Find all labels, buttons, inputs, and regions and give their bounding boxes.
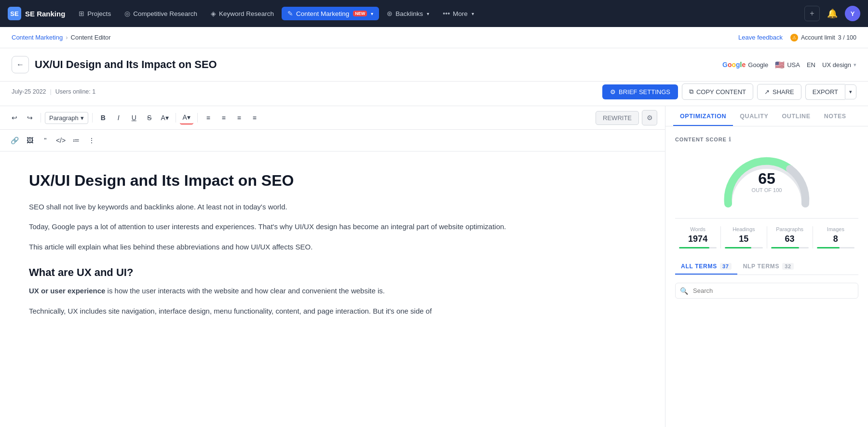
- audience-selector[interactable]: UX design ▾: [822, 61, 856, 69]
- new-badge: NEW: [353, 11, 367, 16]
- nav-label-backlinks: Backlinks: [395, 10, 423, 17]
- strikethrough-button[interactable]: S: [143, 111, 156, 124]
- share-button[interactable]: ↗ SHARE: [757, 84, 801, 100]
- add-button[interactable]: +: [804, 6, 820, 21]
- nav-item-competitive-research[interactable]: ◎ Competitive Research: [119, 7, 203, 20]
- copy-content-button[interactable]: ⧉ COPY CONTENT: [682, 83, 753, 100]
- settings-icon-button[interactable]: ⚙: [642, 110, 657, 125]
- quote-button[interactable]: ": [39, 134, 52, 147]
- content-score-section: CONTENT SCORE ℹ 65 OUT OF 1: [675, 136, 858, 248]
- topnav-right: + 🔔 Y: [804, 6, 860, 21]
- toolbar-separator-4: [197, 113, 198, 123]
- breadcrumb-current: Content Editor: [71, 34, 111, 41]
- brief-settings-button[interactable]: ⚙ BRIEF SETTINGS: [602, 84, 678, 99]
- image-button[interactable]: 🖼: [23, 134, 37, 147]
- article-paragraph-2: Today, Google pays a lot of attention to…: [29, 220, 636, 233]
- align-right-button[interactable]: ≡: [232, 111, 246, 124]
- language-label: EN: [807, 61, 815, 69]
- stat-paragraphs-bar: [771, 247, 809, 248]
- stat-paragraphs-value: 63: [771, 234, 809, 244]
- nav-label-content-marketing: Content Marketing: [296, 10, 349, 17]
- export-button[interactable]: EXPORT: [805, 84, 845, 100]
- redo-button[interactable]: ↪: [23, 111, 37, 124]
- gauge-out-of: OUT OF 100: [752, 187, 782, 193]
- article-paragraph-1: SEO shall not live by keywords and backl…: [29, 201, 636, 213]
- stat-images-label: Images: [817, 226, 854, 232]
- link-button[interactable]: 🔗: [8, 134, 21, 147]
- locale-selectors: Google Google 🇺🇸 USA EN UX design ▾: [722, 60, 856, 69]
- breadcrumb-right-actions: Leave feedback ⚠ Account limit 3 / 100: [738, 34, 856, 41]
- doc-meta-info: July-25 2022 | Users online: 1: [12, 88, 95, 95]
- country-label: USA: [787, 61, 800, 69]
- tab-quality[interactable]: QUALITY: [733, 106, 775, 126]
- content-score-info-icon[interactable]: ℹ: [729, 136, 732, 143]
- nav-item-more[interactable]: ••• More ▾: [437, 7, 479, 20]
- account-limit-label: Account limit: [801, 34, 835, 41]
- code-button[interactable]: </>: [54, 134, 68, 147]
- brand-name: SE Ranking: [25, 10, 65, 18]
- align-justify-button[interactable]: ≡: [248, 111, 261, 124]
- font-color-button[interactable]: A▾: [180, 111, 193, 124]
- tab-outline[interactable]: OUTLINE: [775, 106, 817, 126]
- editor-toolbar: ↩ ↪ Paragraph ▾ B I U S A▾ A▾ ≡ ≡ ≡ ≡ RE…: [0, 106, 665, 130]
- toolbar-right: REWRITE ⚙: [596, 110, 657, 125]
- stat-images-bar: [817, 247, 854, 248]
- underline-button[interactable]: U: [127, 111, 141, 124]
- nav-item-content-marketing[interactable]: ✎ Content Marketing NEW ▾: [282, 7, 379, 20]
- language-selector[interactable]: EN: [807, 61, 815, 69]
- editor-content-area[interactable]: UX/UI Design and Its Impact on SEO SEO s…: [0, 152, 665, 427]
- back-button[interactable]: ←: [12, 56, 29, 73]
- undo-button[interactable]: ↩: [8, 111, 21, 124]
- user-avatar[interactable]: Y: [845, 6, 860, 21]
- article-heading-what-ux-ui: What are UX and UI?: [29, 266, 636, 279]
- toolbar-separator-2: [92, 113, 93, 123]
- gauge-score-value: 65: [758, 171, 775, 186]
- stat-headings-label: Headings: [725, 226, 762, 232]
- article-paragraph-3: This article will explain what lies behi…: [29, 241, 636, 253]
- leave-feedback-link[interactable]: Leave feedback: [738, 34, 783, 41]
- stat-headings-bar-fill: [725, 247, 751, 248]
- nav-item-keyword-research[interactable]: ◈ Keyword Research: [205, 7, 280, 20]
- tab-notes[interactable]: NOTES: [817, 106, 853, 126]
- doc-meta-bar: July-25 2022 | Users online: 1 ⚙ BRIEF S…: [0, 82, 868, 106]
- bold-button[interactable]: B: [96, 111, 110, 124]
- stat-paragraphs-label: Paragraphs: [771, 226, 809, 232]
- bullet-list-button[interactable]: ≔: [69, 134, 83, 147]
- more-dropdown-arrow: ▾: [472, 11, 474, 16]
- article-paragraph-4: UX or user experience is how the user in…: [29, 285, 636, 297]
- paragraph-style-select[interactable]: Paragraph ▾: [45, 112, 88, 124]
- highlight-color-button[interactable]: A▾: [158, 111, 172, 124]
- article-main-title: UX/UI Design and Its Impact on SEO: [29, 171, 636, 191]
- account-limit-icon: ⚠: [790, 34, 798, 41]
- nav-label-competitive-research: Competitive Research: [133, 10, 197, 17]
- italic-button[interactable]: I: [112, 111, 125, 124]
- doc-actions: ⚙ BRIEF SETTINGS ⧉ COPY CONTENT ↗ SHARE …: [602, 83, 856, 100]
- rewrite-button[interactable]: REWRITE: [596, 111, 639, 125]
- doc-title-area: ← UX/UI Design and Its Impact on SEO: [12, 56, 217, 73]
- brand-logo[interactable]: SE SE Ranking: [8, 7, 65, 20]
- nav-label-keyword-research: Keyword Research: [219, 10, 274, 17]
- copy-icon: ⧉: [689, 88, 693, 96]
- align-left-button[interactable]: ≡: [202, 111, 215, 124]
- toolbar-separator-1: [41, 113, 41, 123]
- terms-tab-nlp[interactable]: NLP TERMS 32: [737, 258, 800, 275]
- notifications-bell[interactable]: 🔔: [825, 6, 840, 21]
- terms-search-input[interactable]: [675, 283, 858, 299]
- search-icon: 🔍: [680, 287, 688, 295]
- align-center-button[interactable]: ≡: [217, 111, 231, 124]
- terms-tab-all[interactable]: ALL TERMS 37: [675, 258, 737, 275]
- stat-paragraphs: Paragraphs 63: [767, 226, 813, 248]
- export-dropdown-button[interactable]: ▾: [845, 84, 856, 99]
- country-selector[interactable]: 🇺🇸 USA: [775, 60, 800, 69]
- breadcrumb-parent[interactable]: Content Marketing: [12, 34, 63, 41]
- all-terms-count: 37: [720, 263, 732, 270]
- numbered-list-button[interactable]: ⋮: [85, 134, 98, 147]
- paragraph-dropdown-arrow: ▾: [81, 114, 84, 122]
- search-engine-selector[interactable]: Google Google: [722, 61, 768, 69]
- stat-images-bar-fill: [817, 247, 840, 248]
- nav-item-backlinks[interactable]: ⊛ Backlinks ▾: [381, 7, 435, 20]
- nav-item-projects[interactable]: ⊞ Projects: [73, 7, 117, 20]
- tab-optimization[interactable]: OPTIMIZATION: [673, 106, 733, 126]
- gauge-center: 65 OUT OF 100: [752, 171, 782, 193]
- right-panel: OPTIMIZATION QUALITY OUTLINE NOTES CONTE…: [665, 106, 868, 427]
